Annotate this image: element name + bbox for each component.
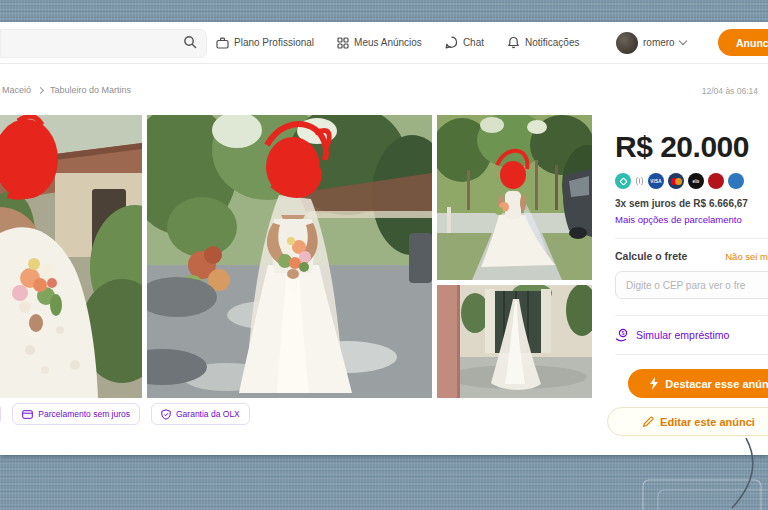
tag-garantia[interactable]: Garantia da OLX	[151, 403, 250, 425]
chevron-right-icon	[37, 86, 44, 93]
breadcrumb-district[interactable]: Tabuleiro do Martins	[50, 85, 131, 95]
listing-photo-3[interactable]	[437, 115, 592, 280]
lightning-icon	[649, 377, 659, 390]
nav-meus-anuncios[interactable]: Meus Anúncios	[337, 37, 422, 49]
listing-date: 12/04 às 06:14	[702, 86, 758, 96]
pix-icon	[615, 173, 631, 189]
price: R$ 20.000	[615, 130, 768, 164]
extra-payment-mark-icon	[635, 176, 644, 186]
highlight-ad-label: Destacar esse anún	[665, 378, 768, 390]
pencil-icon	[642, 416, 654, 428]
chat-bubble-icon	[445, 36, 458, 49]
divider	[615, 315, 768, 316]
bell-icon	[507, 36, 520, 49]
installments-text: 3x sem juros de R$ 6.666,67	[615, 198, 768, 209]
listing-photo-1[interactable]	[0, 115, 142, 398]
avatar	[616, 32, 638, 54]
user-menu[interactable]: romero	[616, 22, 686, 63]
freight-header: Calcule o frete Não sei m	[615, 250, 768, 262]
divider	[615, 354, 768, 355]
loan-icon: $	[615, 328, 630, 342]
mastercard-icon	[668, 173, 684, 189]
search-icon[interactable]	[183, 35, 197, 49]
nav-chat[interactable]: Chat	[445, 36, 484, 49]
edit-ad-button[interactable]: Editar este anúnci	[607, 407, 768, 436]
listing-photo-2[interactable]	[147, 115, 432, 398]
nav-label: Chat	[463, 37, 484, 48]
nav-notificacoes[interactable]: Notificações	[507, 36, 579, 49]
search-bar[interactable]	[0, 29, 207, 58]
olx-listing-page: Plano Profissional Meus Anúncios Chat	[0, 22, 768, 455]
search-input[interactable]	[9, 30, 173, 57]
tag-online[interactable]: ine	[0, 403, 1, 425]
divider	[615, 238, 768, 239]
briefcase-icon	[216, 37, 229, 49]
loan-label: Simular empréstimo	[636, 329, 729, 341]
listing-photo-4[interactable]	[437, 285, 592, 398]
photo-gallery	[0, 115, 592, 398]
visa-icon: VISA	[648, 173, 664, 189]
nav-label: Meus Anúncios	[354, 37, 422, 48]
loan-simulator-link[interactable]: $ Simular empréstimo	[615, 328, 768, 342]
purchase-panel: R$ 20.000 VISA elo 3x sem juros de R$ 6.…	[615, 130, 768, 436]
payment-methods: VISA elo	[615, 173, 768, 189]
breadcrumb: Maceió Tabuleiro do Martins	[2, 85, 131, 95]
header-nav: Plano Profissional Meus Anúncios Chat	[216, 22, 579, 63]
tag-label: Parcelamento sem juros	[38, 409, 130, 419]
amex-icon	[728, 173, 744, 189]
tag-parcelamento[interactable]: Parcelamento sem juros	[12, 403, 140, 425]
hipercard-icon	[708, 173, 724, 189]
tag-label: Garantia da OLX	[176, 409, 240, 419]
cep-help-link[interactable]: Não sei m	[725, 251, 768, 262]
svg-text:$: $	[621, 330, 624, 336]
breadcrumb-city[interactable]: Maceió	[2, 85, 31, 95]
highlight-ad-button[interactable]: Destacar esse anún	[628, 369, 768, 398]
announce-button[interactable]: Anunc	[718, 29, 768, 56]
cep-input[interactable]	[615, 271, 768, 299]
chevron-down-icon	[678, 37, 686, 45]
nav-label: Plano Profissional	[234, 37, 314, 48]
more-installments-link[interactable]: Mais opções de parcelamento	[615, 214, 768, 225]
elo-icon: elo	[688, 173, 704, 189]
card-icon	[22, 410, 33, 419]
nav-plano-profissional[interactable]: Plano Profissional	[216, 37, 314, 49]
edit-ad-label: Editar este anúnci	[660, 416, 755, 428]
top-navbar: Plano Profissional Meus Anúncios Chat	[0, 22, 768, 64]
nav-label: Notificações	[525, 37, 579, 48]
listing-tags: ine Parcelamento sem juros Garantia da O…	[0, 403, 250, 425]
grid-icon	[337, 37, 349, 49]
user-name: romero	[643, 37, 675, 48]
freight-title: Calcule o frete	[615, 250, 687, 262]
shield-icon	[161, 409, 171, 420]
